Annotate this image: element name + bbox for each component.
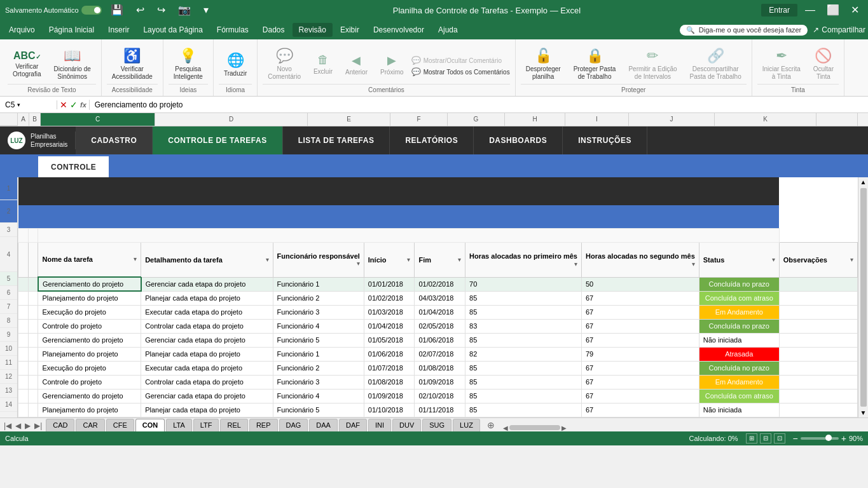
cell-7-detail[interactable]: Executar cada etapa do projeto: [141, 305, 273, 319]
ribbon-btn-permitir-edicao[interactable]: ✏ Permitir a Ediçãode Intervalos: [623, 45, 682, 83]
table-row[interactable]: Gerenciamento do projeto Gerenciar cada …: [18, 277, 858, 291]
table-row[interactable]: Gerenciamento do projeto Gerenciar cada …: [18, 333, 858, 347]
zoom-in-btn[interactable]: +: [841, 433, 846, 444]
hscroll-right[interactable]: ▶: [561, 424, 567, 431]
insert-function-icon[interactable]: fx: [80, 101, 86, 109]
cell-5-employee[interactable]: Funcionário 1: [273, 277, 364, 291]
cell-6-hours1[interactable]: 85: [465, 291, 582, 305]
cell-8-hours2[interactable]: 67: [581, 319, 699, 333]
sheet-tab-DAA[interactable]: DAA: [309, 419, 338, 431]
cell-12-hours1[interactable]: 85: [465, 375, 582, 389]
cell-12-start[interactable]: 01/08/2018: [364, 375, 415, 389]
sheet-tab-SUG[interactable]: SUG: [422, 419, 451, 431]
ribbon-btn-anterior[interactable]: ◀ Anterior: [340, 51, 373, 78]
cell-11-status[interactable]: Concluída no prazo: [699, 361, 779, 375]
cell-10-status[interactable]: Atrasada: [699, 347, 779, 361]
nav-tab-lista-tarefas[interactable]: LISTA DE TAREFAS: [283, 126, 390, 154]
hscroll-left[interactable]: ◀: [503, 424, 508, 431]
cell-10-task[interactable]: Planejamento do projeto: [38, 347, 141, 361]
cell-10-employee[interactable]: Funcionário 1: [273, 347, 364, 361]
filter-btn-end[interactable]: ▾: [458, 256, 461, 263]
menu-pagina-inicial[interactable]: Página Inicial: [43, 23, 100, 37]
table-row[interactable]: Planejamento do projeto Planejar cada et…: [18, 291, 858, 305]
ribbon-btn-traduzir[interactable]: 🌐 Traduzir: [219, 50, 252, 79]
normal-view-btn[interactable]: ⊞: [746, 433, 757, 444]
cell-6-employee[interactable]: Funcionário 2: [273, 291, 364, 305]
scroll-up-btn[interactable]: ▲: [859, 177, 868, 187]
cell-6-start[interactable]: 01/02/2018: [364, 291, 415, 305]
sheet-tab-INI[interactable]: INI: [368, 419, 391, 431]
cell-8-hours1[interactable]: 83: [465, 319, 582, 333]
save-icon[interactable]: 💾: [107, 0, 127, 20]
cell-7-obs[interactable]: [779, 305, 857, 319]
cell-5-hours2[interactable]: 50: [581, 277, 699, 291]
cell-10-hours1[interactable]: 82: [465, 347, 582, 361]
cell-7-end[interactable]: 01/04/2018: [415, 305, 465, 319]
sheet-tab-REP[interactable]: REP: [249, 419, 278, 431]
ribbon-btn-descompartilhar[interactable]: 🔗 DescompartilharPasta de Trabalho: [685, 45, 747, 83]
cell-13-end[interactable]: 02/10/2018: [415, 389, 465, 403]
filter-btn-hours2[interactable]: ▾: [692, 261, 695, 268]
ribbon-btn-desproteger[interactable]: 🔓 Desprotegerplanilha: [521, 45, 566, 83]
menu-arquivo[interactable]: Arquivo: [3, 23, 41, 37]
quickaccess-icon[interactable]: 📷: [174, 0, 195, 20]
cell-13-hours2[interactable]: 67: [581, 389, 699, 403]
menu-formulas[interactable]: Fórmulas: [210, 23, 255, 37]
cell-12-obs[interactable]: [779, 375, 857, 389]
cell-8-detail[interactable]: Controlar cada etapa do projeto: [141, 319, 273, 333]
cell-11-hours2[interactable]: 67: [581, 361, 699, 375]
cell-11-obs[interactable]: [779, 361, 857, 375]
cell-13-start[interactable]: 01/09/2018: [364, 389, 415, 403]
cell-10-end[interactable]: 02/07/2018: [415, 347, 465, 361]
hscroll-thumb[interactable]: [509, 425, 560, 430]
cell-11-end[interactable]: 01/08/2018: [415, 361, 465, 375]
menu-dados[interactable]: Dados: [256, 23, 291, 37]
sheet-tab-LTA[interactable]: LTA: [166, 419, 192, 431]
cell-5-hours1[interactable]: 70: [465, 277, 582, 291]
sheet-tab-CAD[interactable]: CAD: [46, 419, 74, 431]
sheet-tab-DAG[interactable]: DAG: [279, 419, 308, 431]
cell-5-status[interactable]: Concluída no prazo: [699, 277, 779, 291]
nav-tab-relatorios[interactable]: RELATÓRIOS: [390, 126, 474, 154]
nav-tab-controle-tarefas[interactable]: CONTROLE DE TAREFAS: [153, 126, 282, 154]
filter-btn-status[interactable]: ▾: [772, 256, 775, 263]
cell-14-employee[interactable]: Funcionário 5: [273, 403, 364, 417]
menu-inserir[interactable]: Inserir: [102, 23, 135, 37]
cell-14-obs[interactable]: [779, 403, 857, 417]
cell-7-hours2[interactable]: 67: [581, 305, 699, 319]
cell-6-hours2[interactable]: 67: [581, 291, 699, 305]
ribbon-btn-novo-comentario[interactable]: 💬 NovoComentário: [263, 45, 306, 83]
menu-revisao[interactable]: Revisão: [293, 23, 333, 37]
cancel-formula-icon[interactable]: ✕: [60, 100, 67, 110]
cell-13-employee[interactable]: Funcionário 4: [273, 389, 364, 403]
table-row[interactable]: Planejamento do projeto Planejar cada et…: [18, 403, 858, 417]
cell-7-status[interactable]: Em Andamento: [699, 305, 779, 319]
cell-8-task[interactable]: Controle do projeto: [38, 319, 141, 333]
cell-11-employee[interactable]: Funcionário 2: [273, 361, 364, 375]
cell-5-detail[interactable]: Gerenciar cada etapa do projeto: [141, 277, 273, 291]
cell-10-detail[interactable]: Planejar cada etapa do projeto: [141, 347, 273, 361]
cell-9-end[interactable]: 01/06/2018: [415, 333, 465, 347]
table-row[interactable]: Planejamento do projeto Planejar cada et…: [18, 347, 858, 361]
cell-12-task[interactable]: Controle do projeto: [38, 375, 141, 389]
sheet-tab-add-button[interactable]: ⊕: [484, 419, 498, 431]
cell-6-end[interactable]: 04/03/2018: [415, 291, 465, 305]
table-row[interactable]: Gerenciamento do projeto Gerenciar cada …: [18, 389, 858, 403]
cell-13-obs[interactable]: [779, 389, 857, 403]
nav-tab-dashboards[interactable]: DASHBOARDS: [474, 126, 563, 154]
sheet-nav-next[interactable]: ▶: [24, 420, 32, 431]
cell-6-status[interactable]: Concluída com atraso: [699, 291, 779, 305]
cell-8-employee[interactable]: Funcionário 4: [273, 319, 364, 333]
sheet-tab-CON[interactable]: CON: [135, 419, 165, 431]
filter-btn-obs[interactable]: ▾: [850, 256, 853, 263]
cell-7-task[interactable]: Execução do projeto: [38, 305, 141, 319]
filter-btn-task-name[interactable]: ▾: [134, 255, 137, 262]
ribbon-btn-proximo[interactable]: ▶ Próximo: [375, 51, 409, 78]
cell-5-task[interactable]: Gerenciamento do projeto: [38, 277, 141, 291]
scroll-down-btn[interactable]: ▼: [859, 408, 868, 417]
sheet-tab-LUZ[interactable]: LUZ: [453, 419, 480, 431]
close-button[interactable]: ✕: [847, 0, 863, 20]
cell-12-status[interactable]: Em Andamento: [699, 375, 779, 389]
redo-icon[interactable]: ↪: [153, 0, 169, 20]
cell-7-hours1[interactable]: 85: [465, 305, 582, 319]
